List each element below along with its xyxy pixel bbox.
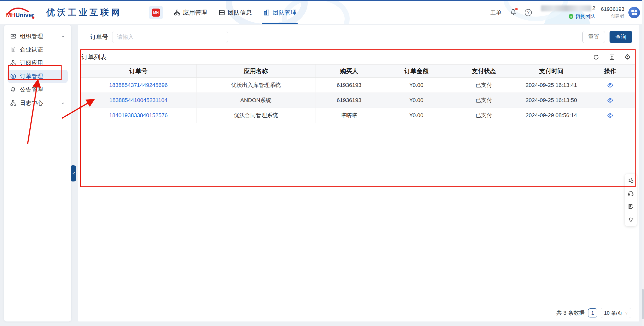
- headset-icon: [628, 190, 634, 197]
- app-header: MHUniver 优沃工业互联网 MH 应用管理 团队信息: [0, 0, 644, 24]
- sidebar-item-subscribed-apps[interactable]: 订阅应用: [8, 56, 68, 70]
- order-no-link[interactable]: 1840193833840152576: [109, 112, 168, 118]
- collapse-chevron-icon: <: [72, 171, 75, 176]
- bell-icon: [10, 86, 16, 93]
- nav-label: 团队信息: [228, 9, 252, 17]
- col-header-order-no: 订单号: [80, 65, 196, 78]
- order-no-link[interactable]: 1838854410045231104: [109, 97, 168, 103]
- eye-icon: [607, 112, 613, 119]
- workorder-link[interactable]: 工单: [490, 9, 501, 16]
- feedback-button[interactable]: [625, 200, 637, 213]
- gear-icon[interactable]: ⚙: [624, 54, 631, 61]
- notification-dot: [515, 8, 518, 10]
- table-header-row: 订单号 应用名称 购买人 订单金额 支付状态 支付时间 操作: [80, 65, 635, 78]
- sidebar-item-org-management[interactable]: 组织管理: [8, 30, 68, 43]
- nav-item-team-management[interactable]: 团队管理: [263, 1, 297, 24]
- table-row: 1840193833840152576 优沃合同管理系统 嗒嗒嗒 ¥0.00 已…: [80, 108, 635, 123]
- order-no-link[interactable]: 1838854371449245696: [109, 82, 168, 88]
- team-block: 2 证 切换团队: [541, 5, 595, 20]
- floating-toolbar: [625, 174, 637, 226]
- main-content: 订单号 重置 查询 订单列表: [78, 25, 639, 321]
- user-block: 61936193 创建者: [601, 6, 624, 19]
- sidebar-item-order-management[interactable]: 订单管理: [8, 70, 68, 83]
- bar-chart-icon: [10, 46, 16, 53]
- sidebar-item-label: 订阅应用: [20, 59, 43, 67]
- chevron-down-icon: [61, 34, 65, 39]
- page-size-value: 10 条/页: [604, 310, 622, 316]
- help-button[interactable]: ?: [525, 9, 532, 16]
- col-header-status: 支付状态: [450, 65, 518, 78]
- sidebar-item-enterprise-cert[interactable]: 企业认证: [8, 43, 68, 56]
- nav-item-app-management[interactable]: 应用管理: [174, 1, 207, 24]
- cert-shield-icon: 证: [568, 14, 574, 20]
- table-head-bar: 订单列表 ⚙: [80, 50, 635, 64]
- buyer-cell: 61936193: [315, 93, 383, 108]
- view-detail-button[interactable]: [607, 82, 613, 88]
- tips-button[interactable]: [625, 213, 637, 226]
- avatar-mark-icon: [630, 9, 638, 16]
- team-info-icon: [219, 9, 225, 16]
- org-tree-icon: [10, 100, 16, 106]
- reset-button[interactable]: 重置: [582, 31, 605, 43]
- query-button[interactable]: 查询: [610, 31, 632, 43]
- page-size-dropdown[interactable]: 10 条/页 ∨: [601, 308, 631, 318]
- switch-team-button[interactable]: 证 切换团队: [568, 13, 595, 20]
- view-detail-button[interactable]: [607, 112, 613, 119]
- yuan-circle-icon: [10, 73, 16, 79]
- apps-icon: [174, 9, 180, 16]
- amount-cell: ¥0.00: [383, 93, 450, 108]
- logo-text: MHUniver: [6, 12, 34, 19]
- row-height-icon[interactable]: [609, 54, 615, 61]
- table-row: 1838854371449245696 优沃出入库管理系统 61936193 ¥…: [80, 78, 635, 93]
- notification-bell-button[interactable]: [510, 9, 517, 16]
- masked-team-name: [541, 5, 591, 11]
- chevron-down-icon: [61, 101, 65, 105]
- org-grid-icon: [10, 33, 16, 39]
- mh-app-badge: MH: [152, 9, 160, 17]
- customer-service-button[interactable]: [625, 187, 637, 200]
- status-cell: 已支付: [450, 93, 518, 108]
- current-team-name[interactable]: 2: [541, 5, 595, 12]
- app-name-cell: 优沃合同管理系统: [196, 108, 315, 123]
- col-header-buyer: 购买人: [315, 65, 383, 78]
- table-row: 1838854410045231104 ANDON系统 61936193 ¥0.…: [80, 93, 635, 108]
- page-number-button[interactable]: 1: [588, 308, 597, 317]
- view-detail-button[interactable]: [607, 97, 613, 104]
- app-launcher-button[interactable]: MH: [149, 6, 163, 19]
- app-name-cell: 优沃出入库管理系统: [196, 78, 315, 93]
- app-name-cell: ANDON系统: [196, 93, 315, 108]
- sidebar-collapse-button[interactable]: <: [71, 165, 76, 181]
- orders-table: 订单号 应用名称 购买人 订单金额 支付状态 支付时间 操作 183885437…: [80, 64, 635, 123]
- status-cell: 已支付: [450, 108, 518, 123]
- logo: MHUniver 优沃工业互联网: [5, 5, 122, 20]
- feedback-edit-icon: [628, 203, 634, 210]
- col-header-app-name: 应用名称: [196, 65, 315, 78]
- time-cell: 2024-09-29 08:56:14: [518, 108, 585, 123]
- order-no-label: 订单号: [90, 33, 108, 41]
- amount-cell: ¥0.00: [383, 108, 450, 123]
- sidebar-item-announcement[interactable]: 公告管理: [8, 83, 68, 96]
- logo-text-univer: Univer: [15, 12, 34, 18]
- switch-team-label: 切换团队: [575, 13, 595, 20]
- nav-item-team-info[interactable]: 团队信息: [219, 1, 252, 24]
- nav-label: 团队管理: [272, 9, 297, 17]
- col-header-time: 支付时间: [518, 65, 585, 78]
- chevron-down-icon: ∨: [625, 311, 628, 315]
- page-scrollbar-thumb[interactable]: [642, 289, 644, 319]
- user-id: 61936193: [601, 6, 624, 12]
- search-bar: 订单号 重置 查询: [90, 31, 632, 43]
- scroll-gesture-button[interactable]: [625, 174, 637, 187]
- search-buttons: 重置 查询: [582, 31, 632, 43]
- time-cell: 2024-09-25 16:13:50: [518, 93, 585, 108]
- col-header-actions: 操作: [585, 65, 635, 78]
- time-cell: 2024-09-25 16:13:41: [518, 78, 585, 93]
- sidebar-item-label: 组织管理: [20, 32, 43, 40]
- col-header-amount: 订单金额: [383, 65, 450, 78]
- table-tools: ⚙: [593, 54, 631, 61]
- avatar[interactable]: [628, 7, 640, 18]
- sidebar-item-label: 日志中心: [20, 99, 43, 107]
- refresh-icon[interactable]: [593, 54, 599, 61]
- sidebar-item-log-center[interactable]: 日志中心: [8, 96, 68, 110]
- order-no-input[interactable]: [112, 31, 228, 43]
- help-icon: ?: [527, 10, 530, 15]
